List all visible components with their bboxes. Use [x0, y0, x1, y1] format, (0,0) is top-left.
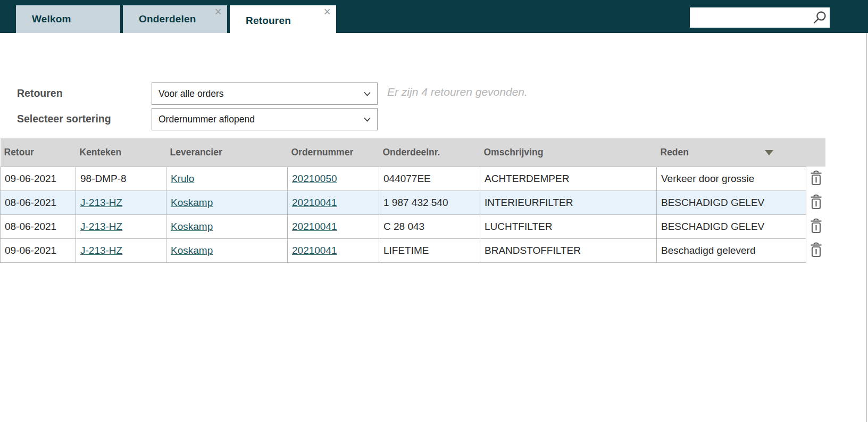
row-actions-cell: [806, 191, 826, 214]
omschrijving-value: ACHTERDEMPER: [485, 173, 569, 184]
kenteken-link[interactable]: J-213-HZ: [80, 245, 122, 256]
tab-bar: WelkomOnderdelen×Retouren×: [16, 5, 336, 36]
ordernummer-link[interactable]: 20210041: [292, 197, 337, 208]
onderdeelnr-value: C 28 043: [383, 221, 424, 232]
column-header-ordernummer[interactable]: Ordernummer: [288, 138, 379, 167]
row-actions-cell: [806, 167, 826, 191]
leverancier-link[interactable]: Koskamp: [171, 245, 213, 256]
application-window: WelkomOnderdelen×Retouren× Retouren Voor…: [0, 0, 868, 422]
sort-order-value: Ordernummer aflopend: [158, 114, 364, 125]
tab-onderdelen[interactable]: Onderdelen×: [123, 5, 227, 33]
kenteken-link[interactable]: J-213-HZ: [80, 221, 122, 232]
sort-label: Selecteer sortering: [17, 113, 111, 125]
tab-label: Onderdelen: [139, 13, 196, 25]
reden-value: BESCHADIGD GELEV: [661, 197, 764, 208]
trash-icon: [809, 242, 823, 258]
returns-table-body: 09-06-202198-DMP-8Krulo20210050044077EEA…: [1, 167, 826, 262]
omschrijving-value: BRANDSTOFFILTER: [485, 245, 581, 256]
delete-return-button[interactable]: [809, 217, 823, 235]
retour-value: 09-06-2021: [5, 245, 56, 256]
top-bar: WelkomOnderdelen×Retouren×: [0, 0, 868, 33]
search-icon[interactable]: [812, 10, 827, 25]
omschrijving-value: LUCHTFILTER: [485, 221, 552, 232]
ordernummer-link[interactable]: 20210050: [292, 173, 337, 184]
table-header: Retour Kenteken Leverancier Ordernummer …: [1, 138, 826, 167]
result-count-message: Er zijn 4 retouren gevonden.: [387, 86, 528, 98]
reden-value: BESCHADIGD GELEV: [661, 221, 764, 232]
column-header-retour[interactable]: Retour: [1, 138, 76, 167]
retour-value: 08-06-2021: [5, 197, 56, 208]
close-icon[interactable]: ×: [215, 6, 222, 18]
close-icon[interactable]: ×: [324, 6, 331, 18]
chevron-down-icon: [364, 117, 371, 122]
retour-value: 09-06-2021: [5, 173, 56, 184]
table-row: 09-06-2021J-213-HZKoskamp20210041LIFETIM…: [1, 238, 826, 262]
trash-icon: [809, 218, 823, 234]
trash-icon: [809, 194, 823, 210]
column-header-onderdeelnr[interactable]: Onderdeelnr.: [379, 138, 480, 167]
ordernummer-link[interactable]: 20210041: [292, 245, 337, 256]
orders-filter-value: Voor alle orders: [158, 88, 364, 100]
delete-return-button[interactable]: [809, 241, 823, 259]
kenteken-link[interactable]: J-213-HZ: [80, 197, 122, 208]
content-right-border: [866, 33, 867, 422]
table-row: 08-06-2021J-213-HZKoskamp20210041C 28 04…: [1, 214, 826, 238]
column-header-leverancier[interactable]: Leverancier: [166, 138, 288, 167]
reden-value: Verkeer door grossie: [661, 173, 754, 184]
ordernummer-link[interactable]: 20210041: [292, 221, 337, 232]
chevron-down-icon: [364, 92, 371, 96]
sort-order-select[interactable]: Ordernummer aflopend: [152, 108, 378, 130]
column-header-reden[interactable]: Reden: [657, 138, 806, 167]
column-header-omschrijving[interactable]: Omschrijving: [480, 138, 657, 167]
table-row: 09-06-202198-DMP-8Krulo20210050044077EEA…: [1, 167, 826, 191]
retouren-label: Retouren: [17, 87, 63, 100]
onderdeelnr-value: 044077EE: [383, 173, 431, 184]
omschrijving-value: INTERIEURFILTER: [485, 197, 573, 208]
kenteken-value: 98-DMP-8: [80, 173, 127, 184]
search-box: [690, 7, 830, 28]
sort-descending-icon[interactable]: [765, 150, 773, 155]
tab-label: Welkom: [32, 13, 71, 25]
onderdeelnr-value: LIFETIME: [383, 245, 429, 256]
column-header-kenteken[interactable]: Kenteken: [76, 138, 166, 167]
onderdeelnr-value: 1 987 432 540: [383, 197, 448, 208]
leverancier-link[interactable]: Koskamp: [171, 221, 213, 232]
leverancier-link[interactable]: Krulo: [171, 173, 194, 184]
leverancier-link[interactable]: Koskamp: [171, 197, 213, 208]
tab-retouren[interactable]: Retouren×: [230, 5, 336, 36]
column-header-reden-label: Reden: [661, 147, 689, 158]
row-actions-cell: [806, 238, 826, 262]
table-row: 08-06-2021J-213-HZKoskamp202100411 987 4…: [1, 191, 826, 214]
trash-icon: [809, 170, 823, 186]
tab-welkom[interactable]: Welkom: [16, 5, 120, 33]
delete-return-button[interactable]: [809, 169, 823, 187]
row-actions-cell: [806, 214, 826, 238]
reden-value: Beschadigd geleverd: [661, 245, 755, 256]
returns-table: Retour Kenteken Leverancier Ordernummer …: [0, 138, 826, 263]
search-input[interactable]: [690, 7, 830, 28]
column-header-actions: [806, 138, 826, 167]
delete-return-button[interactable]: [809, 193, 823, 211]
retour-value: 08-06-2021: [5, 221, 56, 232]
orders-filter-select[interactable]: Voor alle orders: [152, 82, 378, 105]
tab-label: Retouren: [246, 15, 291, 27]
